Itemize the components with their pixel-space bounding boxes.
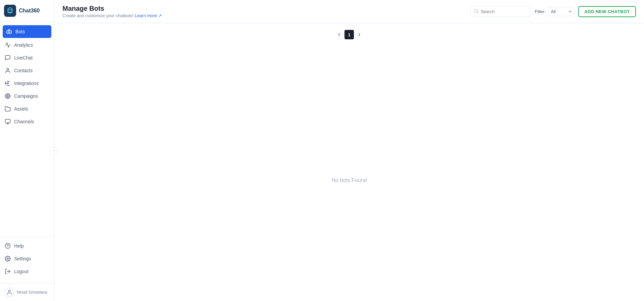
svg-rect-0 [4,5,16,17]
page-title: Manage Bots [62,5,162,12]
next-page-button[interactable] [355,31,363,39]
search-icon [474,9,479,14]
sidebar-item-contacts[interactable]: Contacts [0,64,54,77]
sidebar-item-bots-label: Bots [15,29,25,34]
channels-icon [5,119,11,125]
svg-point-3 [11,9,12,10]
svg-rect-12 [5,119,10,123]
sidebar-item-analytics-label: Analytics [14,42,33,48]
sidebar-item-campaigns-label: Campaigns [14,93,38,99]
main-content: Manage Bots Create and customize your ch… [54,0,644,301]
pagination: 1 [335,30,363,39]
sidebar-item-livechat[interactable]: LiveChat [0,51,54,64]
sidebar: Chat360 Bots Analytics [0,0,54,301]
sidebar-item-channels[interactable]: Channels [0,115,54,128]
assets-icon [5,106,11,112]
sidebar-item-settings[interactable]: Settings [0,252,54,265]
integrations-icon [5,80,11,86]
svg-point-2 [9,9,10,10]
empty-state: No bots Found [332,66,367,294]
logo-text: Chat360 [19,8,40,14]
empty-message: No bots Found [332,177,367,183]
external-link-icon: ↗ [158,13,162,18]
filter-select[interactable]: All Active Inactive [548,7,574,16]
content-area: 1 No bots Found [54,23,644,301]
avatar [5,288,14,297]
svg-point-5 [8,32,9,32]
sidebar-item-livechat-label: LiveChat [14,55,33,60]
svg-line-19 [477,12,478,13]
header: Manage Bots Create and customize your ch… [54,0,644,23]
sidebar-item-help-label: Help [14,243,24,249]
header-right: Filter: All Active Inactive ADD NEW CHAT… [470,6,636,17]
sidebar-item-integrations-label: Integrations [14,81,39,86]
logo-icon [4,5,16,17]
svg-point-8 [7,83,9,84]
help-icon [5,243,11,249]
settings-icon [5,256,11,262]
filter-area: Filter: All Active Inactive [535,7,574,16]
user-name: Ninad Srivastava [17,290,47,295]
sidebar-item-campaigns[interactable]: Campaigns [0,90,54,102]
user-area: Ninad Srivastava [0,283,54,301]
svg-rect-4 [7,31,11,34]
sidebar-item-bots[interactable]: Bots [3,25,51,38]
sidebar-item-logout[interactable]: Logout [0,265,54,278]
collapse-sidebar-button[interactable]: ← [50,146,58,155]
sidebar-item-settings-label: Settings [14,256,31,261]
analytics-icon [5,42,11,48]
sidebar-item-integrations[interactable]: Integrations [0,77,54,90]
sidebar-item-channels-label: Channels [14,119,34,124]
livechat-icon [5,55,11,61]
svg-point-15 [7,258,9,260]
search-box [470,6,531,17]
sidebar-item-contacts-label: Contacts [14,68,33,73]
svg-point-10 [6,95,9,98]
page-subtitle: Create and customize your chatbots! Lear… [62,13,162,18]
sidebar-item-analytics[interactable]: Analytics [0,39,54,51]
filter-label: Filter: [535,9,546,14]
logout-icon [5,268,11,274]
contacts-icon [5,68,11,74]
search-input[interactable] [481,9,527,14]
nav-section: Bots Analytics LiveChat [0,22,54,236]
current-page-number: 1 [344,30,354,39]
sidebar-item-logout-label: Logout [14,269,29,274]
sidebar-item-assets-label: Assets [14,106,28,112]
bots-icon [6,29,12,35]
logo-area: Chat360 [0,0,54,22]
sidebar-item-help[interactable]: Help [0,240,54,252]
add-new-chatbot-button[interactable]: ADD NEW CHATBOT [578,6,636,17]
svg-point-17 [8,290,10,292]
sidebar-item-assets[interactable]: Assets [0,102,54,115]
header-left: Manage Bots Create and customize your ch… [62,5,162,18]
nav-bottom: Help Settings Logout [0,236,54,283]
campaigns-icon [5,93,11,99]
learn-more-link[interactable]: Learn more ↗ [135,13,162,18]
svg-point-6 [9,32,10,32]
svg-point-7 [7,68,9,70]
svg-point-11 [7,96,8,97]
prev-page-button[interactable] [335,31,343,39]
